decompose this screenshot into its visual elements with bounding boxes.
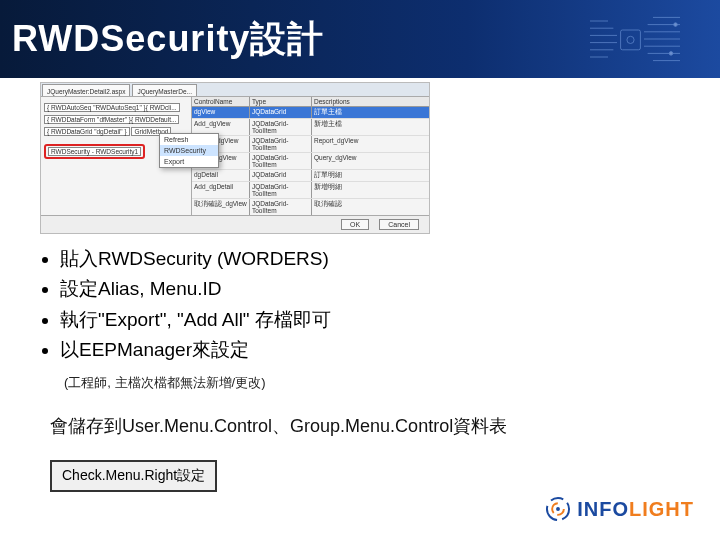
- bullet-item: 設定Alias, Menu.ID: [60, 274, 720, 304]
- storage-note: 會儲存到User.Menu.Control、Group.Menu.Control…: [0, 414, 720, 438]
- table-row[interactable]: dgViewJQDataGrid訂單主檔: [192, 107, 429, 119]
- check-menu-right-button[interactable]: Check.Menu.Right設定: [50, 460, 217, 492]
- svg-point-6: [556, 507, 560, 511]
- table-row[interactable]: Query_dgViewJQDataGrid-ToolItemQuery_dgV…: [192, 153, 429, 170]
- context-menu: Refresh RWDSecurity Export: [159, 133, 219, 168]
- rwdsecurity-component[interactable]: RWDSecurity - RWDSecurity1: [48, 147, 141, 156]
- svg-point-3: [669, 52, 673, 56]
- page-title: RWDSecurity設計: [12, 15, 324, 64]
- cancel-button[interactable]: Cancel: [379, 219, 419, 230]
- svg-point-1: [627, 36, 634, 43]
- logo-icon: [545, 496, 571, 522]
- table-row[interactable]: Report_dgViewJQDataGrid-ToolItemReport_d…: [192, 136, 429, 153]
- editor-tabs: JQueryMaster:Detail2.aspx JQueryMasterDe…: [41, 83, 429, 97]
- logo-text-info: INFO: [577, 498, 629, 520]
- bullet-list: 貼入RWDSecurity (WORDERS) 設定Alias, Menu.ID…: [0, 234, 720, 372]
- svg-point-2: [674, 23, 678, 27]
- component-chip[interactable]: { RWDDataForm "dfMaster" }{ RWDDefault..…: [44, 115, 179, 124]
- table-row[interactable]: 取消確認_dgViewJQDataGrid-ToolItem取消確認: [192, 199, 429, 216]
- app-screenshot: JQueryMaster:Detail2.aspx JQueryMasterDe…: [40, 82, 430, 234]
- bullet-item: 以EEPManager來設定: [60, 335, 720, 365]
- table-row[interactable]: Add_dgViewJQDataGrid-ToolItem新增主檔: [192, 119, 429, 136]
- col-header[interactable]: Type: [250, 97, 312, 106]
- bullet-item: 貼入RWDSecurity (WORDERS): [60, 244, 720, 274]
- infolight-logo: INFOLIGHT: [545, 496, 694, 522]
- editor-tab[interactable]: JQueryMaster:Detail2.aspx: [42, 84, 130, 96]
- col-header[interactable]: ControlName: [192, 97, 250, 106]
- component-chip[interactable]: { RWDDataGrid "dgDetail" }: [44, 127, 130, 136]
- engineer-note: (工程師, 主檔次檔都無法新增/更改): [0, 374, 720, 392]
- table-row[interactable]: dgDetailJQDataGrid訂單明細: [192, 170, 429, 182]
- chip-decoration: [580, 12, 690, 66]
- col-header[interactable]: Descriptions: [312, 97, 429, 106]
- slide-header: RWDSecurity設計: [0, 0, 720, 78]
- footer: INFOLIGHT: [0, 496, 720, 540]
- rwdsecurity-highlight: RWDSecurity - RWDSecurity1: [44, 144, 145, 159]
- editor-tab[interactable]: JQueryMasterDe...: [132, 84, 197, 96]
- svg-rect-0: [621, 30, 641, 50]
- ctx-refresh[interactable]: Refresh: [160, 134, 218, 145]
- ok-button[interactable]: OK: [341, 219, 369, 230]
- logo-text-light: LIGHT: [629, 498, 694, 520]
- export-grid: ControlName Type Descriptions dgViewJQDa…: [191, 97, 429, 215]
- ctx-export[interactable]: Export: [160, 156, 218, 167]
- bullet-item: 執行"Export", "Add All" 存檔即可: [60, 305, 720, 335]
- table-row[interactable]: Add_dgDetailJQDataGrid-ToolItem新增明細: [192, 182, 429, 199]
- ctx-rwdsecurity[interactable]: RWDSecurity: [160, 145, 218, 156]
- component-chip[interactable]: { RWDAutoSeq "RWDAutoSeq1" }{ RWDcli...: [44, 103, 180, 112]
